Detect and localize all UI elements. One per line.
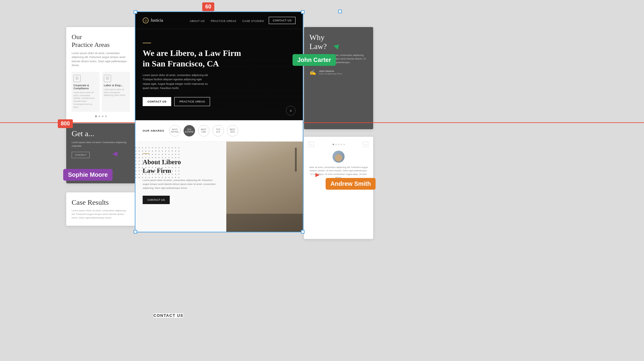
handle-tr[interactable] — [301, 10, 305, 14]
left-panel-practice: Our Practice Areas Lorem ipsum dolor sit… — [66, 27, 135, 123]
awards-section: OUR AWARDS AVVO RATING 10.0 SUPERB BEST … — [135, 120, 303, 142]
next-arrow[interactable]: → — [363, 142, 368, 147]
why-title: Why Law? — [309, 33, 368, 51]
sig-name: John Simons — [319, 70, 342, 72]
sophie-cursor-label: Sophie Moore — [63, 169, 113, 181]
sophie-cursor-arrow: ▶ — [112, 150, 117, 158]
handle-bl[interactable] — [134, 230, 137, 234]
hero-section: ⚖ Justicia ABOUT US PRACTICE AREAS CASE … — [135, 12, 303, 120]
about-description: Lorem ipsum dolor sit amet, consectetur … — [143, 179, 219, 190]
hero-dash — [143, 43, 151, 43]
about-contact-button[interactable]: CONTACT US — [143, 196, 170, 204]
chevron-down-icon: ∨ — [289, 109, 292, 113]
card-labor-desc: Lorem ipsum dolor sit amet consectetur a… — [104, 88, 128, 97]
hero-title: We are Libero, a Law Firm in San Francis… — [143, 48, 296, 69]
award-badge-5: BEST 2022 — [227, 125, 238, 136]
about-title: About Libero Law Firm — [143, 158, 219, 175]
testimonial-nav: ← → — [309, 142, 368, 147]
avatar-face — [335, 154, 342, 161]
case-title: Case Results — [72, 198, 130, 207]
hero-practice-button[interactable]: PRACTICE AREAS — [174, 97, 210, 106]
dot-t-2 — [335, 144, 337, 145]
award-badge-4: TOP 10.0 — [212, 125, 224, 136]
andrew-cursor-label: Andrew Smith — [326, 178, 376, 190]
dot-1 — [95, 115, 97, 117]
award-badge-3: BEST LAW — [198, 125, 209, 136]
awards-badges: AVVO RATING 10.0 SUPERB BEST LAW TOP 10.… — [169, 125, 238, 136]
award-badge-1: AVVO RATING — [169, 125, 181, 136]
dimension-badge-800: 800 — [58, 119, 73, 128]
john-cursor-label: John Carter — [293, 54, 336, 66]
handle-br[interactable] — [301, 230, 305, 234]
dot-4 — [105, 115, 107, 117]
card-labor: ⊡ Labor & Emp... Lorem ipsum dolor sit a… — [102, 72, 130, 112]
testimonial-dots — [317, 144, 361, 145]
about-section: About Libero Law Firm Lorem ipsum dolor … — [135, 142, 303, 232]
signature-icon: ✍ — [309, 69, 316, 76]
logo-text: Justicia — [150, 18, 163, 23]
card-labor-title: Labor & Emp... — [104, 84, 128, 87]
dot-2 — [98, 115, 100, 117]
case-desc: Lorem ipsum dolor sit amet, consectetur … — [72, 209, 130, 220]
hero-content: We are Libero, a Law Firm in San Francis… — [135, 29, 303, 115]
navbar-logo: ⚖ Justicia — [143, 17, 163, 23]
navbar-links: ABOUT US PRACTICE AREAS CASE STUDIES — [190, 18, 264, 23]
dot-t-1 — [333, 144, 334, 145]
nav-cases[interactable]: CASE STUDIES — [242, 20, 264, 23]
get-a-title: Get a... — [72, 129, 130, 138]
dot-t-3 — [338, 144, 339, 145]
practice-desc: Lorem ipsum dolor sit amet, consectetur … — [72, 51, 130, 68]
card-corporate-desc: Lorem ipsum dolor sit amet, consectetur … — [73, 91, 98, 109]
left-panel-case: Case Results Lorem ipsum dolor sit amet,… — [66, 192, 135, 226]
practice-cards: ⊡ Corporate & Compliance Lorem ipsum dol… — [72, 72, 130, 112]
contact-us-footer-label: CONTACT US — [153, 313, 183, 318]
testimonial-avatar — [333, 151, 345, 163]
prev-arrow[interactable]: ← — [309, 142, 314, 147]
hero-buttons: CONTACT US PRACTICE AREAS — [143, 97, 296, 106]
hero-description: Lorem ipsum dolor sit amet, consectetur … — [143, 73, 209, 90]
card-corporate: ⊡ Corporate & Compliance Lorem ipsum dol… — [72, 72, 100, 112]
card-corporate-title: Corporate & Compliance — [73, 84, 98, 90]
guide-line — [0, 122, 644, 123]
nav-practice[interactable]: PRACTICE AREAS — [211, 20, 236, 23]
award-badge-2: 10.0 SUPERB — [184, 125, 195, 136]
sig-block: ✍ John Simons CEO of Attorney Pros — [309, 69, 368, 76]
sig-info: John Simons CEO of Attorney Pros — [319, 70, 342, 75]
dot-t-5 — [343, 144, 345, 145]
figma-handle-br[interactable] — [338, 10, 342, 13]
get-a-desc: Lorem ipsum dolor sit amet. Consectetur … — [72, 141, 130, 148]
dot-3 — [102, 115, 104, 117]
navbar: ⚖ Justicia ABOUT US PRACTICE AREAS CASE … — [135, 12, 303, 29]
hero-scroll-button[interactable]: ∨ — [286, 106, 296, 115]
labor-icon: ⊡ — [104, 75, 111, 82]
sig-role: CEO of Attorney Pros — [319, 72, 342, 75]
nav-about[interactable]: ABOUT US — [190, 20, 205, 23]
logo-icon: ⚖ — [143, 17, 149, 23]
navbar-cta-button[interactable]: CONTACT US — [269, 17, 296, 24]
hero-contact-button[interactable]: CONTACT US — [143, 97, 171, 106]
about-dash — [143, 153, 149, 154]
contact-button-left[interactable]: CONTACT — [72, 152, 90, 158]
carousel-dots — [72, 115, 130, 117]
about-left: About Libero Law Firm Lorem ipsum dolor … — [135, 142, 226, 232]
corporate-icon: ⊡ — [73, 75, 81, 82]
main-website-panel: ⚖ Justicia ABOUT US PRACTICE AREAS CASE … — [135, 11, 303, 232]
andrew-cursor-arrow-inner: ▶ — [315, 171, 320, 178]
awards-label: OUR AWARDS — [143, 129, 164, 132]
practice-title: Our Practice Areas — [72, 33, 130, 49]
dot-t-4 — [341, 144, 342, 145]
handle-tl[interactable] — [134, 10, 137, 14]
dimension-badge-60: 60 — [202, 2, 214, 11]
